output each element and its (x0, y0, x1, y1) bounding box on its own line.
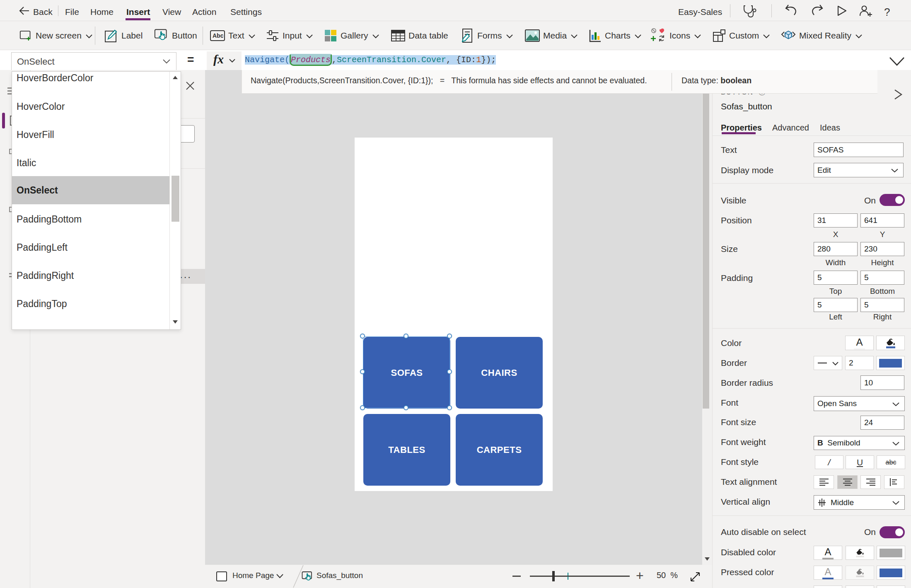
svg-text:Abc: Abc (213, 32, 224, 39)
